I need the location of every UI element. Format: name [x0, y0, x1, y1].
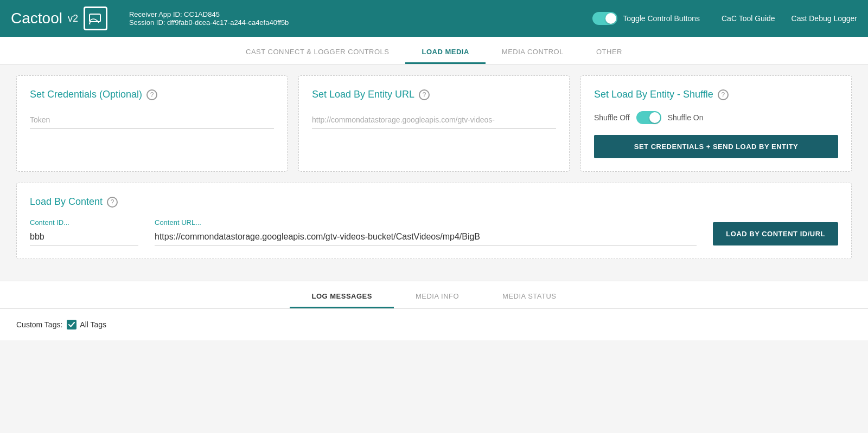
control-buttons-toggle[interactable]: [592, 12, 617, 25]
load-content-title: Load By Content ?: [30, 196, 838, 208]
content-url-label: Content URL...: [155, 218, 697, 227]
entity-shuffle-title: Set Load By Entity - Shuffle ?: [594, 89, 838, 100]
entity-url-field: [312, 111, 556, 129]
svg-point-1: [89, 23, 91, 25]
logo-text: Cactool: [11, 10, 62, 27]
cast-debug-logger-link[interactable]: Cast Debug Logger: [792, 14, 857, 23]
checkmark-icon: [68, 322, 75, 327]
shuffle-off-label: Shuffle Off: [594, 113, 630, 122]
main-content: Set Credentials (Optional) ? Set Load By…: [0, 64, 868, 281]
content-id-group: Content ID...: [30, 218, 138, 245]
content-url-input[interactable]: [155, 229, 697, 245]
load-content-card: Load By Content ? Content ID... Content …: [16, 183, 852, 259]
content-url-group: Content URL...: [155, 218, 697, 245]
bottom-content: Custom Tags: All Tags: [0, 309, 868, 340]
tab-log-messages[interactable]: LOG MESSAGES: [290, 286, 393, 308]
shuffle-on-label: Shuffle On: [668, 113, 704, 122]
logo-version: v2: [68, 13, 78, 24]
bottom-tabs: LOG MESSAGES MEDIA INFO MEDIA STATUS: [0, 281, 868, 309]
credentials-card: Set Credentials (Optional) ?: [16, 75, 288, 172]
entity-url-input[interactable]: [312, 111, 556, 129]
tab-media-status[interactable]: MEDIA STATUS: [481, 286, 578, 308]
cac-tool-guide-link[interactable]: CaC Tool Guide: [722, 14, 775, 23]
custom-tags-row: Custom Tags: All Tags: [16, 320, 852, 329]
cards-row: Set Credentials (Optional) ? Set Load By…: [16, 75, 852, 172]
svg-rect-0: [90, 14, 100, 22]
tab-cast-connect[interactable]: CAST CONNECT & LOGGER CONTROLS: [229, 41, 405, 64]
tab-media-info[interactable]: MEDIA INFO: [394, 286, 481, 308]
toggle-section: Toggle Control Buttons: [592, 12, 700, 25]
custom-tags-label: Custom Tags:: [16, 320, 62, 329]
credentials-help-icon[interactable]: ?: [146, 89, 157, 100]
load-content-fields: Content ID... Content URL... LOAD BY CON…: [30, 218, 838, 245]
all-tags-checkbox[interactable]: [67, 320, 76, 329]
tab-other[interactable]: OTHER: [580, 41, 639, 64]
shuffle-row: Shuffle Off Shuffle On: [594, 111, 838, 124]
session-info: Receiver App ID: CC1AD845 Session ID: df…: [129, 10, 592, 27]
entity-shuffle-help-icon[interactable]: ?: [718, 89, 729, 100]
token-field: [30, 111, 274, 129]
session-id: Session ID: dff9fab0-dcea-4c17-a244-ca4e…: [129, 18, 592, 27]
tab-media-control[interactable]: MEDIA CONTROL: [486, 41, 580, 64]
load-by-content-button[interactable]: LOAD BY CONTENT ID/URL: [713, 222, 838, 245]
token-input[interactable]: [30, 111, 274, 129]
credentials-title: Set Credentials (Optional) ?: [30, 89, 274, 100]
content-id-input[interactable]: [30, 229, 138, 245]
all-tags-label: All Tags: [80, 320, 106, 329]
entity-url-title-text: Set Load By Entity URL: [312, 89, 414, 100]
receiver-app-id: Receiver App ID: CC1AD845: [129, 10, 592, 18]
cast-icon: [84, 7, 107, 30]
load-content-help-icon[interactable]: ?: [107, 197, 118, 208]
bottom-section: LOG MESSAGES MEDIA INFO MEDIA STATUS Cus…: [0, 281, 868, 340]
header-nav: CaC Tool Guide Cast Debug Logger: [722, 14, 857, 23]
entity-url-card: Set Load By Entity URL ?: [298, 75, 570, 172]
logo: Cactool v2: [11, 7, 107, 30]
header: Cactool v2 Receiver App ID: CC1AD845 Ses…: [0, 0, 868, 37]
shuffle-toggle[interactable]: [636, 111, 661, 124]
main-tabs: CAST CONNECT & LOGGER CONTROLS LOAD MEDI…: [0, 37, 868, 64]
entity-url-help-icon[interactable]: ?: [419, 89, 430, 100]
entity-shuffle-title-text: Set Load By Entity - Shuffle: [594, 89, 713, 100]
load-content-title-text: Load By Content: [30, 196, 103, 208]
all-tags-checkbox-label[interactable]: All Tags: [67, 320, 106, 329]
content-id-label: Content ID...: [30, 218, 138, 227]
set-credentials-send-load-button[interactable]: SET CREDENTIALS + SEND LOAD BY ENTITY: [594, 135, 838, 158]
entity-url-title: Set Load By Entity URL ?: [312, 89, 556, 100]
entity-shuffle-card: Set Load By Entity - Shuffle ? Shuffle O…: [580, 75, 852, 172]
credentials-title-text: Set Credentials (Optional): [30, 89, 142, 100]
cast-icon-svg: [89, 12, 102, 24]
toggle-label: Toggle Control Buttons: [623, 14, 700, 23]
tab-load-media[interactable]: LOAD MEDIA: [405, 41, 485, 64]
